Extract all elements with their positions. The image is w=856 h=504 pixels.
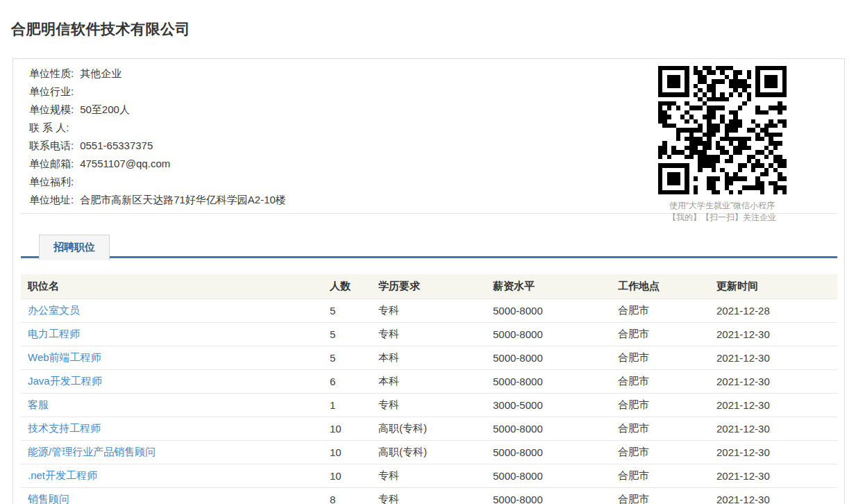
cell-location: 合肥市 (611, 322, 710, 346)
col-header-position-name: 职位名 (21, 274, 323, 299)
job-link[interactable]: Java开发工程师 (28, 375, 102, 387)
cell-location: 合肥市 (611, 346, 710, 369)
col-header-education: 学历要求 (371, 274, 486, 299)
qr-caption-line1: 使用“大学生就业”微信小程序 (649, 200, 795, 212)
qr-caption-line2: 【我的】【扫一扫】关注企业 (649, 212, 795, 224)
cell-position-name: 技术支持工程师 (21, 417, 323, 440)
cell-education: 专科 (371, 464, 486, 487)
cell-education: 专科 (371, 487, 486, 504)
cell-education: 专科 (371, 393, 486, 417)
jobs-table-body: 办公室文员5专科5000-8000合肥市2021-12-28电力工程师5专科50… (21, 299, 837, 504)
job-link[interactable]: 办公室文员 (28, 304, 80, 316)
field-label: 单位地址: (29, 194, 74, 205)
cell-salary: 5000-8000 (486, 417, 611, 440)
cell-education: 高职(专科) (371, 440, 486, 464)
job-link[interactable]: 销售顾问 (28, 493, 69, 504)
cell-update-time: 2021-12-30 (710, 393, 837, 417)
col-header-salary: 薪资水平 (486, 274, 611, 299)
cell-headcount: 10 (323, 417, 371, 440)
cell-location: 合肥市 (611, 464, 710, 487)
cell-location: 合肥市 (611, 417, 710, 440)
col-header-location: 工作地点 (611, 274, 710, 299)
job-link[interactable]: 电力工程师 (28, 328, 80, 339)
cell-salary: 5000-8000 (486, 487, 611, 504)
cell-update-time: 2021-12-30 (710, 440, 837, 464)
col-header-headcount: 人数 (323, 274, 371, 299)
cell-position-name: 电力工程师 (21, 322, 323, 346)
cell-location: 合肥市 (611, 369, 710, 393)
cell-update-time: 2021-12-28 (710, 299, 837, 322)
company-info-section: 单位性质:其他企业 单位行业: 单位规模:50至200人 联 系 人: 联系电话… (21, 59, 837, 214)
qr-code-icon (658, 66, 787, 194)
table-row: 办公室文员5专科5000-8000合肥市2021-12-28 (21, 299, 837, 322)
cell-position-name: Web前端工程师 (21, 346, 323, 369)
field-value: 50至200人 (80, 103, 130, 115)
field-label: 单位规模: (29, 103, 74, 115)
cell-update-time: 2021-12-30 (710, 464, 837, 487)
cell-education: 专科 (371, 299, 486, 322)
cell-position-name: 客服 (21, 393, 323, 417)
cell-location: 合肥市 (611, 299, 710, 322)
cell-headcount: 8 (323, 487, 371, 504)
cell-position-name: 能源/管理行业产品销售顾问 (21, 440, 323, 464)
job-link[interactable]: Web前端工程师 (28, 351, 101, 363)
job-link[interactable]: 能源/管理行业产品销售顾问 (28, 446, 156, 457)
cell-update-time: 2021-12-30 (710, 487, 837, 504)
col-header-update-time: 更新时间 (710, 274, 837, 299)
cell-location: 合肥市 (611, 440, 710, 464)
table-row: 能源/管理行业产品销售顾问10高职(专科)5000-8000合肥市2021-12… (21, 440, 837, 464)
cell-salary: 5000-8000 (486, 464, 611, 487)
table-row: 客服1专科3000-5000合肥市2021-12-30 (21, 393, 837, 417)
cell-location: 合肥市 (611, 393, 710, 417)
field-label: 联系电话: (29, 140, 74, 151)
job-link[interactable]: 客服 (28, 398, 49, 410)
cell-headcount: 5 (323, 299, 371, 322)
cell-education: 本科 (371, 346, 486, 369)
table-row: 销售顾问8专科5000-8000合肥市2021-12-30 (21, 487, 837, 504)
cell-update-time: 2021-12-30 (710, 322, 837, 346)
cell-update-time: 2021-12-30 (710, 369, 837, 393)
page-title: 合肥明信软件技术有限公司 (11, 19, 190, 39)
field-value: 47551107@qq.com (80, 158, 170, 169)
cell-education: 高职(专科) (371, 417, 486, 440)
field-label: 单位邮箱: (29, 158, 74, 169)
cell-education: 本科 (371, 369, 486, 393)
field-value: 0551-65337375 (80, 140, 153, 151)
cell-salary: 5000-8000 (486, 440, 611, 464)
cell-update-time: 2021-12-30 (710, 346, 837, 369)
cell-position-name: Java开发工程师 (21, 369, 323, 393)
cell-position-name: 办公室文员 (21, 299, 323, 322)
job-link[interactable]: .net开发工程师 (28, 469, 97, 481)
cell-headcount: 6 (323, 369, 371, 393)
tabs-bar: 招聘职位 (21, 235, 837, 258)
qr-section: 使用“大学生就业”微信小程序 【我的】【扫一扫】关注企业 (649, 66, 795, 224)
job-link[interactable]: 技术支持工程师 (28, 422, 101, 434)
cell-position-name: .net开发工程师 (21, 464, 323, 487)
field-value: 其他企业 (80, 67, 121, 79)
cell-update-time: 2021-12-30 (710, 417, 837, 440)
cell-education: 专科 (371, 322, 486, 346)
field-label: 单位福利: (29, 176, 74, 187)
qr-caption: 使用“大学生就业”微信小程序 【我的】【扫一扫】关注企业 (649, 200, 795, 224)
field-label: 单位行业: (29, 85, 74, 97)
cell-position-name: 销售顾问 (21, 487, 323, 504)
cell-headcount: 10 (323, 464, 371, 487)
cell-location: 合肥市 (611, 487, 710, 504)
cell-headcount: 5 (323, 346, 371, 369)
table-row: .net开发工程师10专科5000-8000合肥市2021-12-30 (21, 464, 837, 487)
cell-headcount: 5 (323, 322, 371, 346)
jobs-table: 职位名 人数 学历要求 薪资水平 工作地点 更新时间 办公室文员5专科5000-… (21, 274, 837, 504)
field-value: 合肥市高新区天达路71好华亿科学园A2-10楼 (80, 194, 286, 205)
cell-headcount: 1 (323, 393, 371, 417)
table-row: 电力工程师5专科5000-8000合肥市2021-12-30 (21, 322, 837, 346)
table-row: Web前端工程师5本科5000-8000合肥市2021-12-30 (21, 346, 837, 369)
cell-headcount: 10 (323, 440, 371, 464)
table-row: Java开发工程师6本科5000-8000合肥市2021-12-30 (21, 369, 837, 393)
field-label: 联 系 人: (29, 121, 69, 133)
tab-recruit-positions[interactable]: 招聘职位 (39, 235, 110, 260)
company-panel: 单位性质:其他企业 单位行业: 单位规模:50至200人 联 系 人: 联系电话… (12, 58, 845, 504)
cell-salary: 5000-8000 (486, 299, 611, 322)
field-label: 单位性质: (29, 67, 74, 79)
cell-salary: 5000-8000 (486, 346, 611, 369)
cell-salary: 5000-8000 (486, 322, 611, 346)
